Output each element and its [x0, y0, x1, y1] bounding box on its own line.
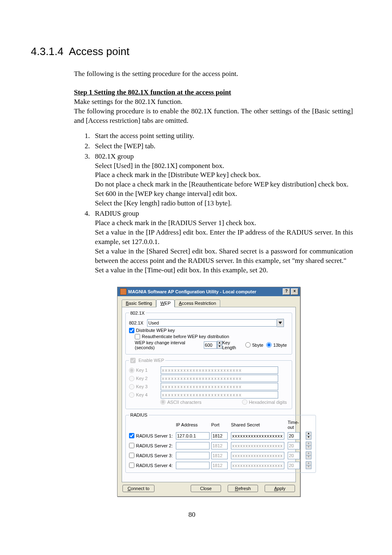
tab-access-restriction[interactable]: Access Restriction	[175, 299, 220, 307]
ap-config-dialog: MAGNIA Software AP Configuration Utility…	[117, 287, 300, 497]
input-interval[interactable]	[204, 341, 217, 349]
spinner-interval[interactable]: ▲▼	[217, 341, 222, 349]
tab-wep-letter: W	[160, 301, 164, 306]
hdr-ip-address: IP Address	[176, 422, 209, 427]
label-enable-wep: Enable WEP	[138, 358, 164, 363]
label-reauthenticate: Reauthenticate before WEP key distributi…	[142, 334, 229, 339]
section-heading: 4.3.1.4 Access point	[31, 45, 353, 58]
label-key4: Key 4	[136, 392, 159, 397]
label-radius-server-4: RADIUS Server 4:	[136, 463, 173, 468]
checkbox-enable-wep	[130, 358, 136, 363]
input-radius3-port	[211, 452, 228, 459]
tab-access-letter: A	[179, 301, 182, 306]
input-radius3-ip	[176, 452, 210, 459]
step-item-1-text: Start the access point setting utility.	[95, 132, 194, 140]
group-radius-legend: RADIUS	[129, 412, 149, 417]
step-3d: Set 600 in the [WEP key change interval]…	[95, 189, 353, 199]
section-title: Access point	[69, 45, 129, 58]
spinner-down-icon: ▼	[306, 465, 311, 469]
input-radius2-ip	[176, 442, 210, 449]
step-item-4-text: RADIUS group	[95, 210, 139, 217]
tab-basic-rest: asic Setting	[129, 301, 152, 306]
step-3c: Do not place a check mark in the [Reauth…	[95, 180, 353, 189]
connect-to-rest: onnect to	[131, 486, 149, 491]
tab-basic-setting[interactable]: Basic Setting	[122, 299, 156, 307]
input-radius1-timeout[interactable]	[288, 432, 300, 440]
spinner-radius1-timeout[interactable]: ▲▼	[306, 432, 311, 440]
label-radius-server-1: RADIUS Server 1:	[136, 433, 173, 438]
spinner-down-icon: ▼	[306, 446, 311, 449]
step-4b: Set a value in the [IP Address] edit box…	[95, 228, 353, 247]
step-item-4: RADIUS group Place a check mark in the […	[92, 209, 353, 275]
label-interval: WEP key change interval (seconds)	[135, 340, 202, 350]
input-radius1-port[interactable]	[211, 432, 228, 440]
radio-key4	[129, 392, 134, 398]
tab-panel-wep: 802.1X 802.1X Distribute WEP key	[122, 307, 296, 483]
dropdown-trigger-8021x[interactable]	[277, 319, 284, 327]
chevron-down-icon	[279, 322, 282, 324]
radio-key-length-5byte[interactable]	[245, 342, 251, 348]
step-item-2: Select the [WEP] tab.	[92, 142, 353, 151]
page-number: 80	[31, 511, 353, 519]
select-8021x[interactable]	[147, 319, 277, 327]
step-item-3: 802.1X group Select [Used] in the [802.1…	[92, 152, 353, 209]
input-radius3-timeout	[288, 452, 300, 459]
radio-key1	[129, 368, 134, 373]
hdr-timeout: Time-out	[288, 420, 303, 430]
input-key1	[161, 366, 278, 374]
intro-text: The following is the setting procedure f…	[74, 69, 353, 79]
spinner-down-icon: ▼	[217, 345, 222, 349]
step-1-p1: Make settings for the 802.1X function.	[74, 97, 353, 107]
step-3b: Place a check mark in the [Distribute WE…	[95, 170, 353, 180]
refresh-button[interactable]: Refresh	[228, 485, 258, 492]
group-enable-wep: Enable WEP Key 1 Key 2 Key 3	[125, 358, 292, 410]
checkbox-radius-server-1[interactable]	[129, 433, 134, 438]
input-radius3-secret	[231, 452, 284, 459]
refresh-rest: efresh	[238, 486, 251, 491]
label-radius-server-3: RADIUS Server 3:	[136, 453, 173, 458]
help-button[interactable]: ?	[283, 288, 290, 295]
label-ascii: ASCII characters	[167, 400, 201, 405]
close-window-button[interactable]: ×	[291, 288, 298, 295]
checkbox-distribute-wep-key[interactable]	[129, 328, 134, 333]
input-key2	[161, 375, 278, 382]
label-hex: Hexadecimal digits	[249, 400, 287, 405]
spinner-radius4-timeout: ▲▼	[306, 461, 311, 469]
label-13byte: 13byte	[273, 343, 287, 348]
input-radius2-secret	[231, 442, 284, 449]
input-radius4-ip	[176, 462, 210, 469]
connect-to-button[interactable]: Connect to	[122, 485, 154, 492]
apply-button[interactable]: Apply	[265, 485, 295, 492]
checkbox-radius-server-4[interactable]	[129, 463, 134, 468]
input-radius4-secret	[231, 462, 284, 469]
step-3a: Select [Used] in the [802.1X] component …	[95, 161, 353, 171]
dialog-titlebar: MAGNIA Software AP Configuration Utility…	[118, 287, 300, 296]
group-8021x: 802.1X 802.1X Distribute WEP key	[125, 311, 292, 355]
label-key1: Key 1	[136, 368, 159, 373]
label-key-length: Key Length	[222, 340, 244, 350]
step-1-p2: The following procedure is to enable the…	[74, 107, 353, 126]
group-8021x-legend: 802.1X	[129, 311, 146, 315]
checkbox-reauthenticate[interactable]	[135, 334, 140, 339]
radio-key-length-13byte[interactable]	[266, 342, 272, 348]
step-4a: Place a check mark in the [RADIUS Server…	[95, 219, 353, 228]
input-radius2-port	[211, 442, 228, 449]
radio-key3	[129, 384, 134, 389]
input-radius2-timeout	[288, 442, 300, 449]
checkbox-radius-server-3[interactable]	[129, 453, 134, 458]
apply-rest: pply	[277, 486, 286, 491]
step-3e: Select the [Key length] radio button of …	[95, 199, 353, 208]
input-radius1-ip[interactable]	[176, 432, 210, 440]
app-icon	[120, 288, 127, 295]
close-button[interactable]: Close	[191, 485, 221, 492]
checkbox-radius-server-2[interactable]	[129, 443, 134, 448]
group-radius: RADIUS IP Address Port Shared Secret Tim…	[125, 412, 316, 473]
tab-strip: Basic Setting WEP Access Restriction	[122, 299, 296, 307]
step-item-2-text: Select the [WEP] tab.	[95, 142, 155, 150]
refresh-letter: R	[235, 486, 238, 491]
radio-key2	[129, 376, 134, 381]
input-radius1-secret[interactable]	[231, 432, 284, 440]
label-radius-server-2: RADIUS Server 2:	[136, 443, 173, 448]
tab-wep[interactable]: WEP	[156, 299, 175, 307]
input-radius4-timeout	[288, 462, 300, 469]
